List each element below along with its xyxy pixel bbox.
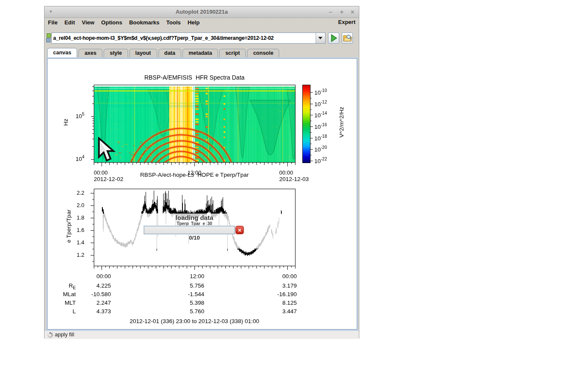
- xtick-time-col1: 00:00: [72, 273, 111, 280]
- ephemeris-value: 3.447: [258, 308, 297, 315]
- chevron-down-icon: [318, 37, 322, 39]
- ephemeris-value: 3.179: [258, 282, 297, 290]
- close-button[interactable]: ×: [348, 8, 357, 16]
- ephemeris-value: -16.190: [258, 291, 297, 298]
- tab-script[interactable]: script: [219, 49, 246, 57]
- menu-bar: File Edit View Options Bookmarks Tools H…: [45, 18, 359, 27]
- plot1-ytick-1e5: 105: [59, 112, 84, 119]
- tab-style[interactable]: style: [104, 49, 128, 57]
- plot2-title: RBSP-A/ect-hope-L3 HOPE e Tperp/Tpar: [46, 172, 343, 178]
- menu-help[interactable]: Help: [184, 19, 203, 26]
- ephemeris-value: 4.225: [72, 282, 111, 290]
- title-bar[interactable]: ▾ Autoplot 20190221a – + ×: [45, 6, 359, 18]
- plot1-title: RBSP-A/EMFISIS HFR Spectra Data: [46, 74, 343, 81]
- tab-layout[interactable]: layout: [129, 49, 157, 57]
- ephemeris-value: 5.756: [166, 282, 204, 290]
- colorbar-tick-1: 10-12: [314, 100, 327, 107]
- minimize-button[interactable]: –: [326, 8, 335, 16]
- busy-spinner-icon: [47, 332, 54, 339]
- ephemeris-value: 2.247: [72, 300, 111, 307]
- browse-button[interactable]: [342, 33, 353, 44]
- ephemeris-value: 4.373: [72, 308, 111, 315]
- uri-combobox[interactable]: a_rel04_ect-hope-mom-l3_$Y$m$d_v$(v,sep)…: [51, 33, 325, 44]
- loading-cancel-button[interactable]: ✕: [236, 226, 244, 234]
- loading-progress-count: 0/10: [46, 235, 343, 241]
- menu-view[interactable]: View: [78, 19, 98, 26]
- tab-axes[interactable]: axes: [78, 49, 102, 57]
- tab-metadata[interactable]: metadata: [182, 49, 218, 57]
- menu-options[interactable]: Options: [98, 19, 125, 26]
- plot2-ytick-1.2: 1.2: [63, 252, 84, 258]
- address-row: a_rel04_ect-hope-mom-l3_$Y$m$d_v$(v,sep)…: [45, 29, 359, 48]
- plot2-ytick-2.2: 2.2: [63, 190, 84, 196]
- tab-bar: canvas axes style layout data metadata s…: [47, 48, 281, 57]
- datasource-type-icon[interactable]: [46, 33, 51, 44]
- go-plot-button[interactable]: [328, 33, 339, 44]
- colorbar-tick-4: 10-18: [314, 134, 327, 142]
- colorbar-tick-5: 10-20: [314, 145, 327, 153]
- mouse-cursor-icon: [97, 137, 116, 162]
- menu-edit[interactable]: Edit: [61, 19, 78, 26]
- status-message: apply fill: [55, 332, 74, 338]
- tab-canvas[interactable]: canvas: [47, 48, 77, 57]
- ephemeris-value: -1.544: [166, 291, 204, 298]
- xtick-time-col2: 12:00: [166, 273, 204, 280]
- menu-bookmarks[interactable]: Bookmarks: [125, 19, 163, 26]
- window-title: Autoplot 20190221a: [45, 9, 359, 15]
- loading-title: loading data: [46, 214, 343, 221]
- menu-tools[interactable]: Tools: [163, 19, 184, 26]
- desktop: ▾ Autoplot 20190221a – + × File Edit Vie…: [0, 0, 576, 392]
- plot1-ytick-1e4: 104: [59, 154, 84, 162]
- colorbar-tick-3: 10-16: [314, 122, 327, 130]
- plot2-ytick-2.0: 2.0: [63, 202, 84, 208]
- timerange-footer: 2012-12-01 (336) 23:00 to 2012-12-03 (33…: [46, 318, 343, 324]
- ephemeris-value: -10.580: [72, 291, 111, 298]
- colorbar-tick-2: 10-14: [314, 111, 327, 119]
- colorbar-axis-label: V^2/m^2/Hz: [338, 101, 345, 144]
- plot2-ytick-1.6: 1.6: [63, 227, 84, 233]
- tab-data[interactable]: data: [158, 49, 182, 57]
- plot-canvas-panel: RBSP-A/EMFISIS HFR Spectra Data Hz 105 1…: [46, 57, 358, 330]
- uri-input[interactable]: a_rel04_ect-hope-mom-l3_$Y$m$d_v$(v,sep)…: [53, 35, 314, 43]
- colorbar-tick-0: 10-10: [314, 88, 327, 96]
- play-icon: [328, 33, 339, 43]
- colorbar-tick-6: 10-22: [314, 157, 327, 164]
- ephemeris-value: 5.398: [166, 300, 204, 307]
- datasource-green-square-icon: [47, 33, 51, 38]
- menu-file[interactable]: File: [48, 19, 61, 26]
- maximize-button[interactable]: +: [337, 8, 346, 16]
- ephemeris-value: 5.760: [166, 308, 204, 315]
- autoplot-window: ▾ Autoplot 20190221a – + × File Edit Vie…: [44, 6, 359, 339]
- loading-dataset-label: Tperp_Tpar_e_30: [46, 221, 343, 226]
- xtick-time-col3: 00:00: [258, 273, 297, 280]
- datasource-blue-square-icon: [46, 38, 51, 42]
- ephemeris-value: 8.125: [258, 300, 297, 307]
- folder-search-icon: [342, 33, 352, 43]
- loading-progress-bar: [144, 226, 235, 234]
- expert-menu[interactable]: Expert: [338, 19, 355, 25]
- uri-dropdown-button[interactable]: [316, 33, 325, 43]
- status-bar: apply fill: [45, 330, 359, 339]
- tab-console[interactable]: console: [247, 49, 279, 57]
